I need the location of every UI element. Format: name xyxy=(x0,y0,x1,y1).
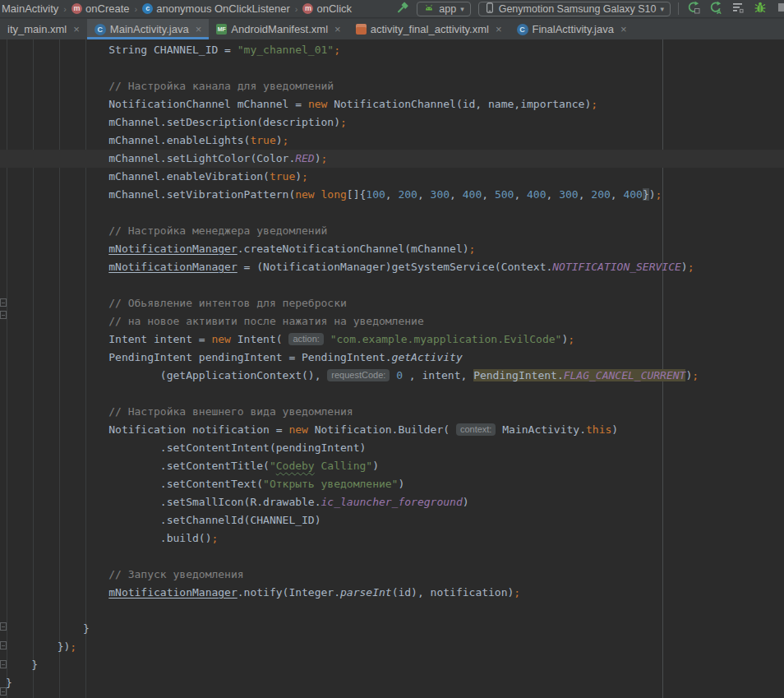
code-token: .setChannelId(CHANNEL_ID) xyxy=(160,514,321,526)
parameter-hint: requestCode: xyxy=(327,369,390,381)
apply-changes-restart-button[interactable] xyxy=(686,2,701,16)
code-line[interactable]: mChannel.enableVibration(true); xyxy=(0,168,784,186)
code-line[interactable]: NotificationChannel mChannel = new Notif… xyxy=(0,95,784,113)
manifest-file-icon: MF xyxy=(216,24,227,35)
code-line[interactable]: } xyxy=(0,656,784,674)
code-line[interactable]: mChannel.setVibrationPattern(new long[]{… xyxy=(0,186,784,204)
code-token: 400 xyxy=(623,188,642,201)
code-line[interactable] xyxy=(0,59,784,77)
android-studio-window: MainActivity›monCreate›canonymous OnClic… xyxy=(0,0,784,698)
code-line[interactable]: }); xyxy=(0,638,784,656)
breadcrumb-item-onclick[interactable]: monClick xyxy=(302,2,352,15)
code-token: NotificationChannel mChannel = xyxy=(108,98,308,110)
breadcrumb-separator-icon: › xyxy=(63,4,67,14)
code-line[interactable]: } xyxy=(0,674,784,692)
hammer-icon xyxy=(395,1,409,17)
tab-close-icon[interactable]: × xyxy=(620,23,627,35)
breadcrumb-item-oncreate[interactable]: monCreate xyxy=(71,2,129,15)
device-select[interactable]: Genymotion Samsung Galaxy S10 ▾ xyxy=(478,2,671,16)
code-line[interactable]: mNotificationManager.createNotificationC… xyxy=(0,240,784,258)
code-line[interactable]: (getApplicationContext(), requestCode: 0… xyxy=(0,367,784,385)
code-line[interactable]: mNotificationManager.notify(Integer.pars… xyxy=(0,584,784,602)
tab-finalacttivity-java[interactable]: CFinalActtivity.java× xyxy=(510,19,634,39)
tab-close-icon[interactable]: × xyxy=(334,23,341,35)
code-line[interactable]: .setSmallIcon(R.drawable.ic_launcher_for… xyxy=(0,493,784,511)
fold-marker[interactable] xyxy=(0,311,7,319)
tab-androidmanifest-xml[interactable]: MFAndroidManifest.xml× xyxy=(209,19,348,39)
fold-marker[interactable] xyxy=(0,641,7,649)
code-line[interactable]: PendingIntent pendingIntent = PendingInt… xyxy=(0,349,784,367)
code-line[interactable]: .setChannelId(CHANNEL_ID) xyxy=(0,511,784,529)
code-token: mChannel.setDescription(description) xyxy=(108,116,340,128)
code-line[interactable] xyxy=(0,548,784,566)
tab-mainactivity-java[interactable]: CMainActivity.java× xyxy=(87,19,209,39)
code-token: 500 xyxy=(495,188,514,201)
debug-button[interactable] xyxy=(753,2,768,16)
run-configuration-label: app xyxy=(439,3,456,15)
code-token: NotificationChannel(id, name,importance) xyxy=(327,98,591,110)
code-token: PendingIntent. xyxy=(473,369,564,381)
code-line[interactable]: } xyxy=(0,620,784,638)
breadcrumb-item-anonymous-onclicklistener[interactable]: canonymous OnClickListener xyxy=(142,2,290,15)
apply-changes-restart-icon xyxy=(687,1,700,16)
code-token: 200 xyxy=(398,188,417,201)
tab-label: MainActivity.java xyxy=(110,23,189,35)
code-line[interactable]: mNotificationManager = (NotificationMana… xyxy=(0,258,784,276)
breadcrumb-item-mainactivity[interactable]: MainActivity xyxy=(2,2,58,15)
apply-code-changes-button[interactable]: A xyxy=(708,2,723,16)
tab-close-icon[interactable]: × xyxy=(73,23,80,35)
code-line[interactable] xyxy=(0,204,784,222)
code-line[interactable]: // Настройка менеджера уведомлений xyxy=(0,222,784,240)
fold-marker[interactable] xyxy=(0,687,7,696)
code-token: mChannel.enableLights( xyxy=(108,134,250,146)
breadcrumb-label: anonymous OnClickListener xyxy=(156,2,290,15)
parameter-hint: context: xyxy=(456,423,496,436)
fold-marker[interactable] xyxy=(0,622,7,631)
code-token: // Настройка внешнего вида уведомления xyxy=(108,405,353,418)
toolbar-divider xyxy=(678,2,679,15)
code-token: "com.example.myapplication.EvilCode" xyxy=(330,333,562,345)
code-token: " xyxy=(270,460,276,472)
code-line[interactable] xyxy=(0,385,784,403)
tab-ity-main-xml[interactable]: ity_main.xml× xyxy=(0,19,87,39)
tab-label: activity_final_acttivity.xml xyxy=(371,23,489,35)
code-line[interactable]: // на новое активити после нажатия на ув… xyxy=(0,312,784,331)
code-line[interactable]: // Настройка внешнего вида уведомления xyxy=(0,403,784,421)
code-line[interactable]: .setContentText("Открыть уведомление") xyxy=(0,475,784,493)
fold-marker[interactable] xyxy=(0,660,7,668)
code-line[interactable]: String CHANNEL_ID = "my_channel_01"; xyxy=(0,41,784,59)
code-token: ; xyxy=(302,170,308,183)
run-configuration-select[interactable]: app ▾ xyxy=(417,2,470,16)
tab-label: ity_main.xml xyxy=(7,23,67,35)
code-line[interactable]: // Обьявление интентов для переброски xyxy=(0,294,784,312)
code-line[interactable]: .build(); xyxy=(0,529,784,548)
code-line[interactable]: mChannel.setDescription(description); xyxy=(0,113,784,132)
build-button[interactable] xyxy=(394,2,409,16)
tab-close-icon[interactable]: × xyxy=(496,23,502,35)
code-token: ic_launcher_foreground xyxy=(321,496,463,508)
code-token: (getApplicationContext(), xyxy=(160,369,328,381)
code-token: Codeby xyxy=(276,460,315,472)
code-line[interactable]: Notification notification = new Notifica… xyxy=(0,421,784,439)
tab-activity-final-acttivity-xml[interactable]: activity_final_acttivity.xml× xyxy=(348,19,510,39)
code-line[interactable]: // Запуск уведомления xyxy=(0,566,784,584)
code-line[interactable]: mChannel.enableLights(true); xyxy=(0,132,784,150)
code-line[interactable]: .setContentTitle("Codeby Calling") xyxy=(0,457,784,475)
code-token: true xyxy=(250,134,275,146)
code-line[interactable]: .setContentIntent(pendingIntent) xyxy=(0,439,784,457)
class-file-icon: C xyxy=(517,24,528,35)
code-token: (id), notification) xyxy=(392,586,514,599)
profile-button[interactable] xyxy=(775,2,784,16)
code-token: 200 xyxy=(591,188,610,201)
code-line[interactable]: mChannel.setLightColor(Color.RED); xyxy=(0,150,784,168)
code-token: mChannel.setLightColor(Color. xyxy=(108,152,295,164)
tab-label: AndroidManifest.xml xyxy=(231,23,328,35)
code-line[interactable] xyxy=(0,276,784,294)
code-token: ; xyxy=(283,134,289,146)
code-line[interactable]: Intent intent = new Intent( action: "com… xyxy=(0,331,784,349)
fold-marker[interactable] xyxy=(0,298,7,307)
tool-list-button[interactable] xyxy=(731,2,745,16)
tab-close-icon[interactable]: × xyxy=(196,23,202,35)
code-line[interactable]: // Настройка канала для уведомлений xyxy=(0,77,784,95)
code-line[interactable] xyxy=(0,602,784,620)
